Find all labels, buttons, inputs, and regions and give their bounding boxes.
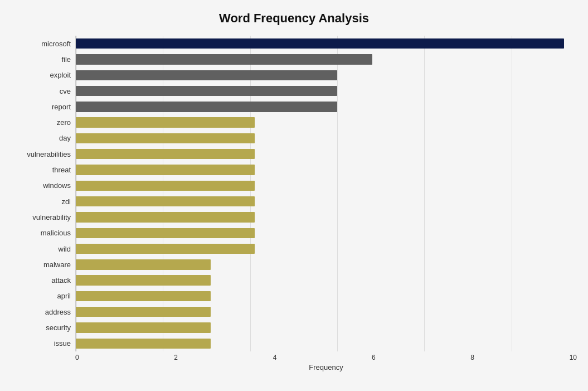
- y-label: day: [11, 131, 71, 146]
- y-label: zdi: [11, 194, 71, 209]
- y-label: malware: [11, 257, 71, 272]
- chart-title: Word Frequency Analysis: [11, 11, 577, 26]
- bar-row: [76, 36, 577, 51]
- x-tick: 4: [273, 354, 277, 361]
- bar: [76, 70, 337, 80]
- y-axis: microsoftfileexploitcvereportzerodayvuln…: [11, 36, 75, 351]
- bar-row: [76, 51, 577, 67]
- bar: [76, 322, 211, 332]
- y-label: report: [11, 99, 71, 114]
- y-label: vulnerabilities: [11, 146, 71, 162]
- x-tick: 8: [470, 354, 474, 361]
- y-label: threat: [11, 162, 71, 177]
- bar-row: [76, 336, 577, 351]
- y-label: vulnerability: [11, 209, 71, 225]
- bar: [76, 54, 372, 64]
- bar-row: [76, 146, 577, 162]
- y-label: zero: [11, 114, 71, 130]
- x-tick: 2: [174, 354, 178, 361]
- bar-row: [76, 67, 577, 83]
- x-axis-ticks: 0246810: [75, 354, 577, 361]
- bar-row: [76, 114, 577, 130]
- bar-row: [76, 225, 577, 241]
- bar: [76, 339, 211, 349]
- bar: [76, 117, 255, 127]
- bar: [76, 259, 211, 269]
- bar-row: [76, 194, 577, 209]
- bar-row: [76, 288, 577, 304]
- bar: [76, 38, 564, 49]
- y-label: attack: [11, 272, 71, 288]
- y-label: malicious: [11, 225, 71, 241]
- x-tick: 0: [75, 354, 79, 361]
- bar: [76, 196, 255, 206]
- bar-row: [76, 162, 577, 177]
- bar: [76, 275, 211, 285]
- bar-row: [76, 272, 577, 288]
- bar: [76, 228, 255, 238]
- bar-row: [76, 257, 577, 272]
- bar-row: [76, 131, 577, 146]
- bar-row: [76, 99, 577, 114]
- x-tick: 10: [570, 354, 577, 361]
- bar-row: [76, 209, 577, 225]
- x-axis-label: Frequency: [309, 363, 343, 371]
- bar-row: [76, 178, 577, 194]
- y-label: microsoft: [11, 36, 71, 51]
- bar-row: [76, 241, 577, 257]
- y-label: windows: [11, 178, 71, 194]
- y-label: april: [11, 288, 71, 304]
- y-label: exploit: [11, 67, 71, 83]
- bar: [76, 86, 337, 96]
- y-label: wild: [11, 241, 71, 257]
- y-label: address: [11, 304, 71, 320]
- bar: [76, 307, 211, 317]
- bar-row: [76, 304, 577, 320]
- bars-area: [75, 36, 577, 351]
- bar-row: [76, 320, 577, 335]
- x-tick: 6: [372, 354, 376, 361]
- bar: [76, 291, 211, 301]
- bar: [76, 133, 255, 143]
- y-label: file: [11, 51, 71, 67]
- y-label: security: [11, 320, 71, 335]
- bar: [76, 165, 255, 175]
- bar: [76, 102, 337, 112]
- y-label: cve: [11, 83, 71, 99]
- bar: [76, 181, 255, 191]
- bar-row: [76, 83, 577, 99]
- bar: [76, 244, 255, 254]
- chart-container: Word Frequency Analysis microsoftfileexp…: [0, 0, 588, 391]
- bar: [76, 212, 255, 222]
- bar: [76, 149, 255, 159]
- y-label: issue: [11, 336, 71, 351]
